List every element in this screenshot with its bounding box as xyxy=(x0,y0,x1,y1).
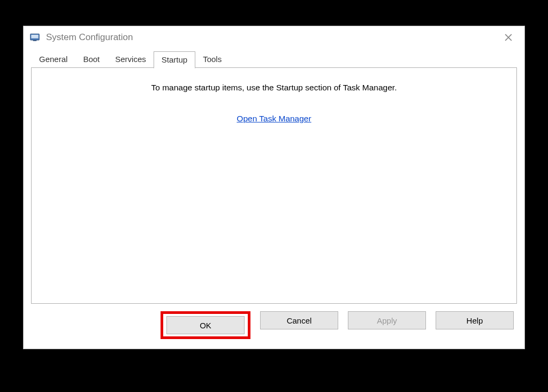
msconfig-icon xyxy=(29,32,41,43)
titlebar: System Configuration xyxy=(24,26,524,49)
startup-message: To manage startup items, use the Startup… xyxy=(42,83,506,93)
open-task-manager-link[interactable]: Open Task Manager xyxy=(237,114,311,123)
svg-rect-1 xyxy=(31,35,38,39)
tab-tools[interactable]: Tools xyxy=(195,51,230,67)
close-button[interactable] xyxy=(497,29,520,46)
apply-button: Apply xyxy=(348,311,426,329)
dialog-body: General Boot Services Startup Tools To m… xyxy=(24,49,524,349)
svg-rect-2 xyxy=(33,40,37,41)
ok-button[interactable]: OK xyxy=(166,316,245,334)
tab-services[interactable]: Services xyxy=(107,51,154,67)
ok-highlight: OK xyxy=(161,311,250,339)
help-button[interactable]: Help xyxy=(436,311,514,329)
window-title: System Configuration xyxy=(46,32,497,43)
cancel-button[interactable]: Cancel xyxy=(260,311,338,329)
tab-boot[interactable]: Boot xyxy=(75,51,108,67)
system-configuration-window: System Configuration General Boot Servic… xyxy=(23,26,525,349)
tab-general[interactable]: General xyxy=(31,51,75,67)
button-row: OK Cancel Apply Help xyxy=(31,304,517,341)
close-icon xyxy=(505,34,512,41)
tabstrip: General Boot Services Startup Tools xyxy=(31,51,517,67)
tab-startup[interactable]: Startup xyxy=(154,51,195,68)
startup-tab-panel: To manage startup items, use the Startup… xyxy=(31,67,517,304)
